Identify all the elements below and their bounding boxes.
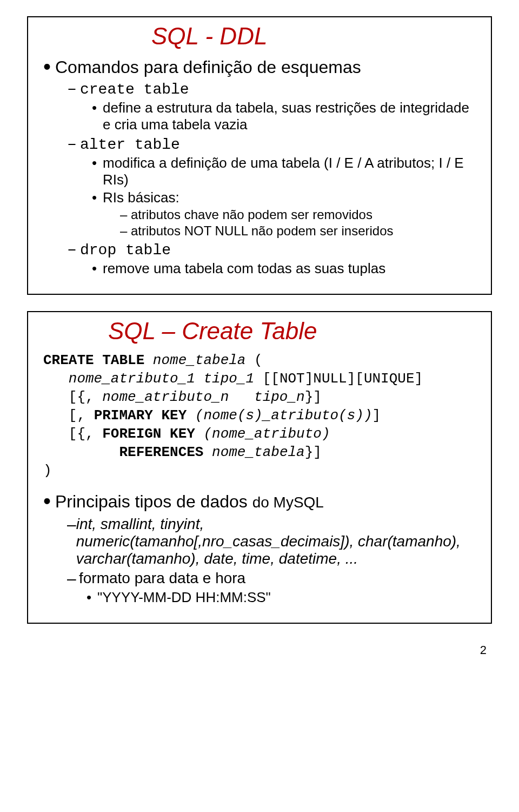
code-it: (nome(s)_atributo(s)) (187, 407, 372, 424)
list-item: remove uma tabela com todas as suas tupl… (92, 260, 476, 277)
text: define a estrutura da tabela, suas restr… (103, 100, 469, 133)
code-txt: [{, (43, 389, 102, 405)
dash-icon: – (67, 241, 80, 259)
list-item: –alter table modifica a definição de uma… (67, 135, 476, 239)
text: remove uma tabela com todas as suas tupl… (103, 260, 385, 276)
text: modifica a definição de uma tabela (I / … (103, 155, 464, 188)
text: RIs básicas: (103, 189, 179, 206)
text: do MySQL (252, 494, 324, 511)
code-txt: }] (305, 444, 322, 460)
dash-icon: – (67, 135, 80, 154)
bullet-icon: • (43, 56, 55, 77)
code-kw: REFERENCES (43, 444, 203, 460)
list-item: –drop table remove uma tabela com todas … (67, 241, 476, 277)
page-number: 2 (0, 640, 519, 668)
list-item: • Principais tipos de dados do MySQL (43, 491, 476, 513)
code-txt: [, (43, 407, 94, 424)
code-kw: FOREIGN KEY (102, 426, 195, 442)
list-item: – int, smallint, tinyint, numeric(tamanh… (67, 516, 476, 567)
bullets-lvl3: modifica a definição de uma tabela (I / … (67, 155, 476, 239)
list-item: – formato para data e hora "YYYY-MM-DD H… (67, 570, 476, 606)
code-txt: [[NOT]NULL][UNIQUE] (254, 371, 423, 387)
bullet-icon: • (43, 491, 55, 511)
code-text: alter table (80, 136, 180, 153)
code-txt: }] (305, 389, 322, 405)
text: Comandos para definição de esquemas (55, 56, 361, 78)
code-txt: [{, (43, 426, 102, 442)
bullets-lvl1: • Principais tipos de dados do MySQL – i… (43, 491, 476, 606)
bullets-lvl2: – int, smallint, tinyint, numeric(tamanh… (43, 516, 476, 606)
list-item: –create table define a estrutura da tabe… (67, 80, 476, 133)
list-item: atributos NOT NULL não podem ser inserid… (120, 223, 476, 239)
code-it: nome_tabela (144, 352, 245, 368)
list-item: atributos chave não podem ser removidos (120, 207, 476, 222)
code-it: nome_tabela (203, 444, 304, 460)
bullets-lvl1: • Comandos para definição de esquemas –c… (43, 56, 476, 277)
text: "YYYY-MM-DD HH:MM:SS" (97, 589, 271, 605)
code-kw: PRIMARY KEY (94, 407, 187, 424)
bullets-lvl4: atributos chave não podem ser removidos … (103, 207, 476, 239)
code-it: (nome_atributo) (195, 426, 330, 442)
code-it: nome_atributo_1 tipo_1 (43, 371, 254, 387)
code-txt: ( (245, 352, 262, 368)
text: Principais tipos de dados (55, 492, 252, 511)
dash-icon: – (67, 80, 80, 98)
code-kw: CREATE TABLE (43, 352, 144, 368)
code-block: CREATE TABLE nome_tabela ( nome_atributo… (43, 351, 476, 480)
bullets-lvl3: remove uma tabela com todas as suas tupl… (67, 260, 476, 277)
slide-title: SQL – Create Table (43, 318, 476, 345)
code-txt: ] (372, 407, 381, 424)
list-item: modifica a definição de uma tabela (I / … (92, 155, 476, 188)
text: int, smallint, tinyint, numeric(tamanho[… (76, 516, 476, 567)
code-txt: ) (43, 463, 52, 479)
list-item: define a estrutura da tabela, suas restr… (92, 100, 476, 133)
slide-title: SQL - DDL (43, 23, 476, 50)
text: atributos NOT NULL não podem ser inserid… (131, 223, 394, 238)
list-item: "YYYY-MM-DD HH:MM:SS" (86, 589, 476, 606)
dash-icon: – (67, 516, 76, 534)
list-item: • Comandos para definição de esquemas (43, 56, 476, 78)
slide-2: SQL – Create Table CREATE TABLE nome_tab… (27, 311, 492, 624)
code-text: drop table (80, 242, 171, 259)
bullets-lvl2: –create table define a estrutura da tabe… (43, 80, 476, 277)
bullets-lvl3: define a estrutura da tabela, suas restr… (67, 100, 476, 133)
text: formato para data e hora (79, 570, 245, 587)
text: Principais tipos de dados do MySQL (55, 491, 324, 513)
bullets-lvl3: "YYYY-MM-DD HH:MM:SS" (67, 589, 476, 606)
text: atributos chave não podem ser removidos (131, 207, 372, 222)
code-it: nome_atributo_n tipo_n (102, 389, 304, 405)
code-text: create table (80, 81, 189, 98)
dash-icon: – (67, 570, 79, 588)
list-item: RIs básicas: atributos chave não podem s… (92, 189, 476, 239)
slide-1: SQL - DDL • Comandos para definição de e… (27, 16, 492, 295)
